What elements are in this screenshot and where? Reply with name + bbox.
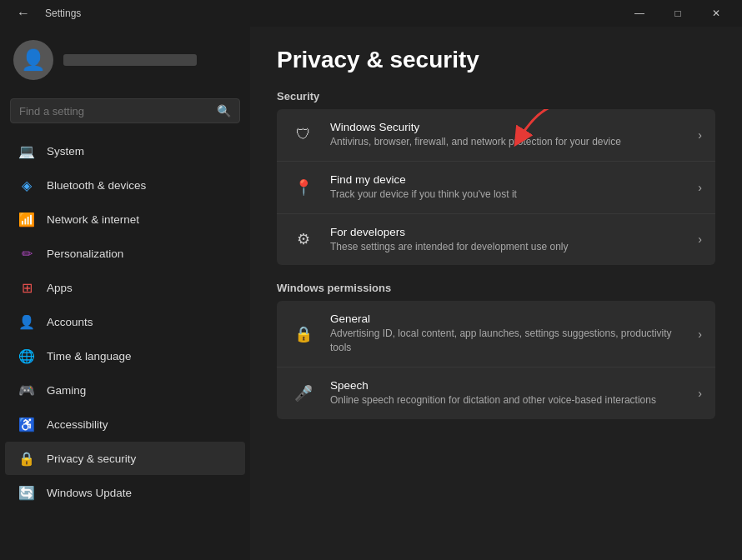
windows-security-desc: Antivirus, browser, firewall, and networ… bbox=[330, 135, 684, 149]
gaming-icon: 🎮 bbox=[18, 382, 35, 398]
section-windows-permissions: Windows permissions 🔒 General Advertisin… bbox=[277, 282, 715, 418]
section-title-windows-permissions: Windows permissions bbox=[277, 282, 715, 294]
minimize-button[interactable]: — bbox=[620, 0, 659, 27]
windows-security-icon: 🛡 bbox=[290, 122, 317, 148]
speech-text: Speech Online speech recognition for dic… bbox=[330, 379, 684, 408]
settings-group-windows-permissions: 🔒 General Advertising ID, local content,… bbox=[277, 301, 715, 418]
section-security: Security 🛡 bbox=[277, 90, 715, 265]
sidebar-item-network[interactable]: 📶 Network & internet bbox=[5, 202, 245, 236]
accessibility-label: Accessibility bbox=[47, 418, 108, 431]
settings-item-for-developers[interactable]: ⚙ For developers These settings are inte… bbox=[277, 214, 715, 266]
time-icon: 🌐 bbox=[18, 348, 35, 364]
section-title-security: Security bbox=[277, 90, 715, 102]
for-developers-icon: ⚙ bbox=[290, 226, 317, 252]
speech-title: Speech bbox=[330, 379, 684, 392]
title-bar: ← Settings — □ ✕ bbox=[0, 0, 742, 27]
sidebar-nav: 💻 System ◈ Bluetooth & devices 📶 Network… bbox=[0, 133, 250, 510]
find-my-device-text: Find my device Track your device if you … bbox=[330, 173, 684, 202]
user-icon: 👤 bbox=[21, 48, 46, 72]
accounts-label: Accounts bbox=[47, 316, 93, 328]
apps-icon: ⊞ bbox=[18, 279, 35, 296]
windows-security-title: Windows Security bbox=[330, 121, 684, 133]
profile-name-blurred bbox=[63, 54, 197, 66]
search-box[interactable]: 🔍 bbox=[10, 98, 240, 123]
apps-label: Apps bbox=[47, 282, 73, 294]
settings-item-find-my-device[interactable]: 📍 Find my device Track your device if yo… bbox=[277, 162, 715, 214]
gaming-label: Gaming bbox=[47, 384, 86, 397]
maximize-button[interactable]: □ bbox=[659, 0, 697, 27]
sidebar-item-personalization[interactable]: ✏ Personalization bbox=[5, 237, 245, 270]
page-title: Privacy & security bbox=[277, 47, 715, 73]
title-bar-title: Settings bbox=[45, 8, 81, 19]
find-my-device-title: Find my device bbox=[330, 173, 684, 186]
windows-security-text: Windows Security Antivirus, browser, fir… bbox=[330, 121, 684, 149]
time-label: Time & language bbox=[47, 350, 132, 362]
speech-chevron: › bbox=[698, 387, 702, 400]
sidebar-item-time[interactable]: 🌐 Time & language bbox=[5, 339, 245, 372]
main-content: Privacy & security Security bbox=[250, 27, 742, 560]
sidebar-item-system[interactable]: 💻 System bbox=[5, 134, 245, 168]
personalization-label: Personalization bbox=[47, 248, 123, 260]
search-container: 🔍 bbox=[0, 93, 250, 133]
update-label: Windows Update bbox=[47, 487, 132, 499]
search-input[interactable] bbox=[19, 105, 210, 118]
sections-container: Security 🛡 bbox=[277, 90, 715, 419]
app-body: 👤 🔍 💻 System ◈ Bluetooth & devices 📶 Net… bbox=[0, 27, 742, 560]
network-icon: 📶 bbox=[18, 211, 35, 228]
find-my-device-desc: Track your device if you think you've lo… bbox=[330, 188, 684, 202]
profile-area[interactable]: 👤 bbox=[0, 27, 250, 93]
system-icon: 💻 bbox=[18, 142, 35, 159]
privacy-icon: 🔒 bbox=[18, 450, 35, 467]
sidebar-item-apps[interactable]: ⊞ Apps bbox=[5, 271, 245, 304]
accounts-icon: 👤 bbox=[18, 313, 35, 330]
find-my-device-icon: 📍 bbox=[290, 174, 317, 201]
for-developers-title: For developers bbox=[330, 226, 684, 238]
sidebar-item-privacy[interactable]: 🔒 Privacy & security bbox=[5, 442, 245, 475]
bluetooth-label: Bluetooth & devices bbox=[47, 179, 146, 192]
title-bar-left: ← Settings bbox=[10, 2, 81, 24]
general-icon: 🔒 bbox=[290, 321, 317, 348]
privacy-label: Privacy & security bbox=[47, 452, 136, 465]
search-icon: 🔍 bbox=[217, 104, 231, 118]
general-desc: Advertising ID, local content, app launc… bbox=[330, 327, 684, 355]
settings-item-windows-security[interactable]: 🛡 Windows Security Antivirus, browser, f… bbox=[277, 109, 715, 162]
close-button[interactable]: ✕ bbox=[697, 0, 735, 27]
bluetooth-icon: ◈ bbox=[18, 177, 35, 193]
settings-item-speech[interactable]: 🎤 Speech Online speech recognition for d… bbox=[277, 368, 715, 419]
for-developers-text: For developers These settings are intend… bbox=[330, 226, 684, 254]
find-my-device-chevron: › bbox=[698, 181, 702, 194]
speech-desc: Online speech recognition for dictation … bbox=[330, 393, 684, 408]
accessibility-icon: ♿ bbox=[18, 416, 35, 432]
sidebar-item-gaming[interactable]: 🎮 Gaming bbox=[5, 373, 245, 407]
sidebar-item-update[interactable]: 🔄 Windows Update bbox=[5, 476, 245, 509]
settings-group-security: 🛡 Windows Security Antivirus, browser, f… bbox=[277, 109, 715, 265]
personalization-icon: ✏ bbox=[18, 245, 35, 262]
back-button[interactable]: ← bbox=[10, 2, 37, 24]
general-chevron: › bbox=[698, 328, 702, 341]
avatar: 👤 bbox=[13, 40, 53, 80]
speech-icon: 🎤 bbox=[290, 380, 317, 407]
network-label: Network & internet bbox=[47, 213, 139, 226]
for-developers-chevron: › bbox=[698, 232, 702, 246]
settings-item-general[interactable]: 🔒 General Advertising ID, local content,… bbox=[277, 301, 715, 368]
sidebar-item-accessibility[interactable]: ♿ Accessibility bbox=[5, 408, 245, 441]
sidebar-item-accounts[interactable]: 👤 Accounts bbox=[5, 305, 245, 338]
title-bar-controls: — □ ✕ bbox=[620, 0, 735, 27]
sidebar-item-bluetooth[interactable]: ◈ Bluetooth & devices bbox=[5, 168, 245, 202]
system-label: System bbox=[47, 145, 84, 158]
update-icon: 🔄 bbox=[18, 484, 35, 501]
general-title: General bbox=[330, 312, 684, 325]
sidebar: 👤 🔍 💻 System ◈ Bluetooth & devices 📶 Net… bbox=[0, 27, 250, 560]
windows-security-chevron: › bbox=[698, 128, 702, 142]
general-text: General Advertising ID, local content, a… bbox=[330, 312, 684, 355]
for-developers-desc: These settings are intended for developm… bbox=[330, 240, 684, 254]
